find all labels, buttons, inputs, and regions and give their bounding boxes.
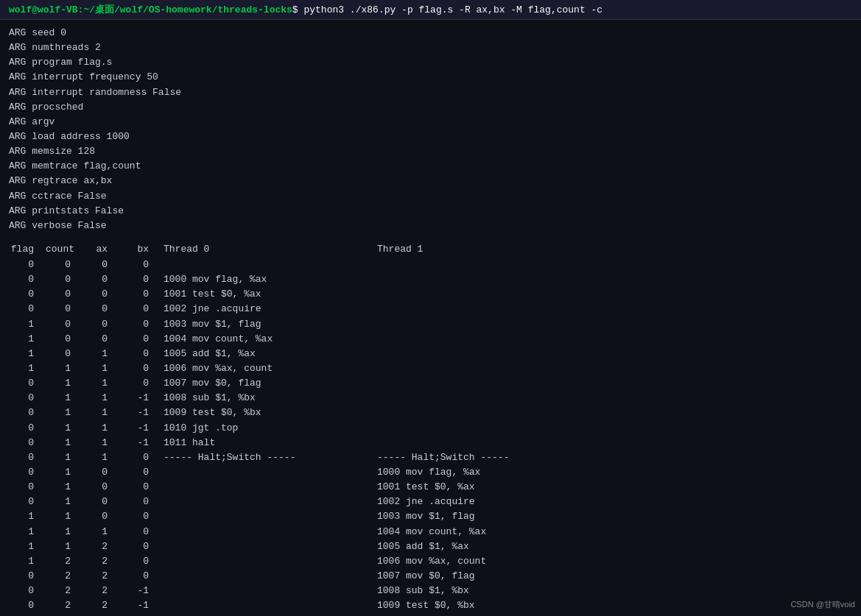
cell: 0 — [46, 272, 82, 287]
cell: 2 — [82, 598, 119, 613]
cell: 0 — [9, 480, 46, 495]
table-row: 00001002 jne .acquire — [9, 302, 852, 316]
cell: -1 — [119, 584, 164, 598]
cell: 1009 test $0, %bx — [377, 598, 598, 613]
cell — [164, 613, 377, 616]
cell: 0 — [119, 361, 164, 376]
cell: 0 — [82, 509, 119, 524]
cell: 1010 jgt .top — [164, 421, 377, 436]
cell — [377, 421, 598, 436]
cell: 0 — [46, 287, 82, 302]
cell — [377, 347, 598, 361]
arg-line: ARG regtrace ax,bx — [9, 174, 852, 188]
cell: 1011 halt — [164, 436, 377, 450]
cell: 0 — [82, 317, 119, 332]
cell: 1005 add $1, %ax — [377, 539, 598, 554]
table-row: 02201007 mov $0, flag — [9, 569, 852, 584]
cell: 1 — [46, 376, 82, 391]
table-row: 0110----- Halt;Switch ---------- Halt;Sw… — [9, 450, 852, 465]
header-thread0: Thread 0 — [164, 244, 377, 255]
data-table: 000000001000 mov flag, %ax00001001 test … — [9, 258, 852, 616]
arg-line: ARG argv — [9, 115, 852, 130]
title-prompt: wolf@wolf-VB:~/桌面/wolf/OS-homework/threa… — [9, 4, 292, 15]
cell: 2 — [46, 584, 82, 598]
cell: 1 — [9, 509, 46, 524]
cell — [164, 554, 377, 569]
table-row: 11101004 mov count, %ax — [9, 525, 852, 539]
table-row: 01001001 test $0, %ax — [9, 480, 852, 495]
cell: 0 — [82, 258, 119, 272]
arg-line: ARG printstats False — [9, 204, 852, 219]
cell: 0 — [9, 258, 46, 272]
cell: 1004 mov count, %ax — [164, 332, 377, 347]
cell: 1 — [82, 436, 119, 450]
arg-line: ARG interrupt frequency 50 — [9, 70, 852, 85]
table-row: 01101007 mov $0, flag — [9, 376, 852, 391]
table-row: 022-11009 test $0, %bx — [9, 598, 852, 613]
table-row: 00001000 mov flag, %ax — [9, 272, 852, 287]
cell: 0 — [119, 272, 164, 287]
cell — [164, 539, 377, 554]
cell: -1 — [119, 598, 164, 613]
cell: 0 — [9, 598, 46, 613]
cell: 1 — [46, 450, 82, 465]
cell: 1 — [46, 436, 82, 450]
cell: 1002 jne .acquire — [377, 495, 598, 509]
terminal-content: ARG seed 0ARG numthreads 2ARG program fl… — [0, 20, 861, 616]
table-row: 01001000 mov flag, %ax — [9, 465, 852, 480]
cell: 0 — [9, 406, 46, 420]
cell: 2 — [82, 554, 119, 569]
table-row: 01001002 jne .acquire — [9, 495, 852, 509]
cell: 0 — [9, 436, 46, 450]
cell — [377, 272, 598, 287]
arg-line: ARG memtrace flag,count — [9, 159, 852, 174]
cell: 0 — [82, 480, 119, 495]
header-bx: bx — [119, 244, 164, 255]
cell: 1006 mov %ax, count — [377, 554, 598, 569]
table-row: 00001001 test $0, %ax — [9, 287, 852, 302]
cell: 1 — [9, 361, 46, 376]
cell: 0 — [9, 569, 46, 584]
cell — [377, 302, 598, 316]
cell: 0 — [119, 317, 164, 332]
cell: -1 — [119, 421, 164, 436]
cell: 1010 jgt .top — [377, 613, 598, 616]
cell: 0 — [82, 332, 119, 347]
cell: ----- Halt;Switch ----- — [377, 450, 598, 465]
table-header: flag count ax bx Thread 0 Thread 1 — [9, 244, 852, 255]
cell: 0 — [119, 569, 164, 584]
cell: 1 — [82, 347, 119, 361]
cell: 0 — [82, 302, 119, 316]
cell: 0 — [119, 258, 164, 272]
cell: 1009 test $0, %bx — [164, 406, 377, 420]
cell: 0 — [9, 421, 46, 436]
cell: 0 — [82, 272, 119, 287]
cell: 1 — [82, 361, 119, 376]
cell: 1 — [46, 525, 82, 539]
cell: 2 — [46, 569, 82, 584]
cell: 0 — [119, 480, 164, 495]
cell: 1 — [82, 525, 119, 539]
cell: 1008 sub $1, %bx — [164, 391, 377, 406]
cell — [164, 480, 377, 495]
cell: 1004 mov count, %ax — [377, 525, 598, 539]
cell — [164, 598, 377, 613]
cell: 1 — [46, 361, 82, 376]
cell: 1003 mov $1, flag — [164, 317, 377, 332]
cell: 1 — [46, 509, 82, 524]
arg-line: ARG program flag.s — [9, 55, 852, 70]
table-row: 0000 — [9, 258, 852, 272]
cell: 1 — [9, 317, 46, 332]
cell: 2 — [82, 584, 119, 598]
cell: ----- Halt;Switch ----- — [164, 450, 377, 465]
cell: 0 — [82, 495, 119, 509]
cell — [377, 436, 598, 450]
cell: -1 — [119, 391, 164, 406]
table-row: 11201005 add $1, %ax — [9, 539, 852, 554]
cell: 1 — [46, 406, 82, 420]
cell: 1 — [9, 554, 46, 569]
title-bar: wolf@wolf-VB:~/桌面/wolf/OS-homework/threa… — [0, 0, 861, 20]
cell: 1 — [46, 391, 82, 406]
cell: 1008 sub $1, %bx — [377, 584, 598, 598]
table-row: 10001003 mov $1, flag — [9, 317, 852, 332]
